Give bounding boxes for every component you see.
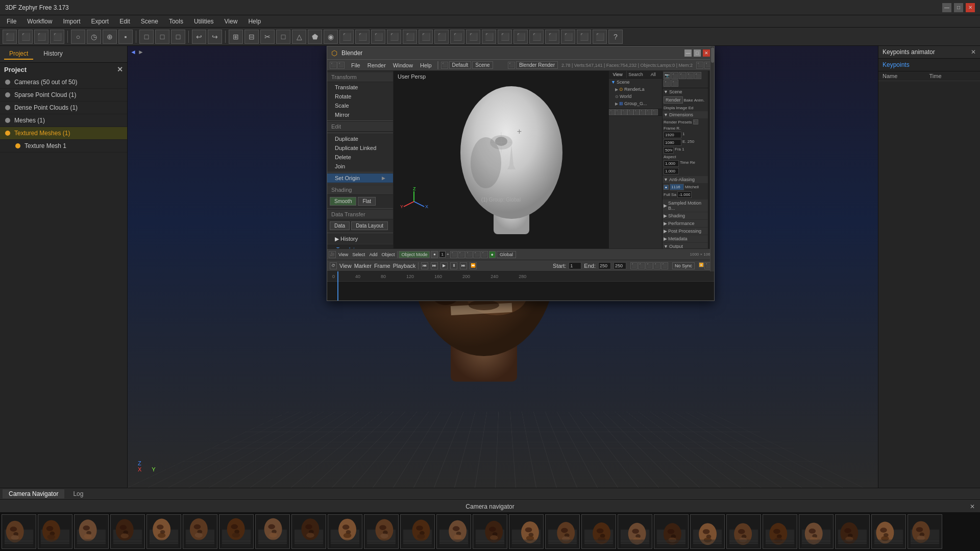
tree-item-cameras[interactable]: Cameras (50 out of 50): [0, 76, 127, 89]
toolbar-btn-20[interactable]: ◉: [324, 30, 338, 44]
menu-item-scene[interactable]: Scene: [137, 17, 162, 26]
toolbar-btn-14[interactable]: ⊞: [229, 30, 243, 44]
scene-graph-all-tab[interactable]: All: [645, 71, 662, 78]
camera-thumbnail[interactable]: [219, 514, 254, 549]
camera-thumbnail[interactable]: [110, 514, 145, 549]
kp-close-btn[interactable]: ✕: [971, 48, 976, 56]
3d-add-menu[interactable]: Add: [368, 252, 379, 257]
tree-item-textured[interactable]: Textured Meshes (1): [0, 127, 127, 140]
tree-item-meshes[interactable]: Meshes (1): [0, 114, 127, 127]
camera-thumbnail[interactable]: [473, 514, 507, 549]
bl-view-icon-2[interactable]: ⬛: [458, 251, 465, 258]
camera-thumbnail[interactable]: [2, 514, 36, 549]
play-btn-1[interactable]: ⏮: [421, 262, 428, 269]
camera-thumbnail[interactable]: [726, 514, 761, 549]
metadata-section[interactable]: ▶ Metadata: [663, 235, 708, 242]
menu-item-export[interactable]: Export: [87, 17, 113, 26]
toolbar-btn-29[interactable]: ⬛: [466, 30, 480, 44]
blender-3d-viewport[interactable]: User Persp: [394, 71, 608, 248]
camera-thumbnail[interactable]: [183, 514, 217, 549]
smooth-btn[interactable]: Smooth: [330, 197, 356, 206]
bl-view-icon-5[interactable]: ⬛: [481, 251, 488, 258]
flat-btn[interactable]: Flat: [358, 197, 376, 206]
timeline-frame-menu[interactable]: Frame: [374, 263, 390, 269]
bl-translate[interactable]: Translate: [327, 83, 393, 92]
bl-solid-mode[interactable]: ●: [489, 251, 496, 258]
rp-icon-6[interactable]: ⬛: [664, 80, 671, 87]
camera-thumbnail[interactable]: [835, 514, 870, 549]
aa-edge-input[interactable]: [677, 191, 692, 198]
toolbar-btn-22[interactable]: ⬛: [355, 30, 370, 44]
toolbar-btn-26[interactable]: ⬛: [419, 30, 433, 44]
bl-view-icon-1[interactable]: ⬛: [450, 251, 457, 258]
toolbar-btn-34[interactable]: ⬛: [545, 30, 559, 44]
scene-graph-group[interactable]: ▶ ⊞ Group_G...: [609, 100, 662, 107]
3d-select-menu[interactable]: Select: [351, 252, 366, 257]
toolbar-btn-4[interactable]: ⬛: [50, 30, 64, 44]
tab-project[interactable]: Project: [4, 48, 33, 60]
camera-thumbnails[interactable]: [0, 513, 980, 551]
tl-orange-btn[interactable]: ■: [699, 262, 704, 267]
timeline-playback[interactable]: Playback: [393, 263, 416, 269]
blender-icon-btn-2[interactable]: ⬛: [508, 62, 515, 69]
rp-icon-4[interactable]: ⬛: [687, 72, 694, 79]
menu-item-edit[interactable]: Edit: [115, 17, 134, 26]
toolbar-btn-13[interactable]: ↪: [208, 30, 222, 44]
sg-icon-3[interactable]: ⬛: [621, 109, 627, 115]
play-btn-2[interactable]: ⏭: [431, 262, 438, 269]
tl-icon-4[interactable]: ⬛: [653, 262, 660, 269]
maximize-button[interactable]: □: [954, 3, 963, 12]
menu-item-file[interactable]: File: [3, 17, 20, 26]
object-mode-selector[interactable]: Object Mode: [399, 251, 430, 258]
toolbar-btn-23[interactable]: ⬛: [371, 30, 385, 44]
toolbar-btn-12[interactable]: ↩: [192, 30, 206, 44]
no-sync[interactable]: No Sync: [672, 262, 695, 269]
camera-thumbnail[interactable]: [400, 514, 435, 549]
tree-item-texture-mesh[interactable]: Texture Mesh 1: [0, 140, 127, 153]
toolbar-btn-5[interactable]: ○: [71, 30, 85, 44]
camera-thumbnail[interactable]: [38, 514, 72, 549]
tl-icon-3[interactable]: ⬛: [646, 262, 653, 269]
bl-duplicate-linked[interactable]: Duplicate Linked: [327, 143, 393, 153]
aspect-y-input[interactable]: [664, 168, 679, 174]
toolbar-btn-33[interactable]: ⬛: [529, 30, 544, 44]
blender-scene-selector[interactable]: Default: [449, 61, 472, 69]
bl-delete[interactable]: Delete: [327, 153, 393, 162]
camera-thumbnail[interactable]: [799, 514, 834, 549]
tl-icon-2[interactable]: ⬛: [638, 262, 645, 269]
current-frame-input[interactable]: [614, 262, 626, 269]
tree-item-sparse[interactable]: Sparse Point Cloud (1): [0, 89, 127, 102]
bl-view-icon-3[interactable]: ⬛: [465, 251, 473, 258]
camera-thumbnail[interactable]: [581, 514, 616, 549]
viewport-crosshair[interactable]: +: [517, 127, 522, 136]
sg-icon-5[interactable]: ⬛: [633, 109, 640, 115]
rp-icon-7[interactable]: ⬛: [671, 80, 678, 87]
minimize-button[interactable]: —: [942, 3, 951, 12]
bl-set-origin[interactable]: Set Origin ▶: [327, 173, 393, 183]
toolbar-btn-10[interactable]: □: [155, 30, 169, 44]
camera-thumbnail[interactable]: [871, 514, 906, 549]
bl-rotate[interactable]: Rotate: [327, 92, 393, 101]
toolbar-btn-35[interactable]: ⬛: [561, 30, 575, 44]
bl-duplicate[interactable]: Duplicate: [327, 134, 393, 143]
toolbar-btn-32[interactable]: ⬛: [513, 30, 528, 44]
toolbar-btn-21[interactable]: ⬛: [339, 30, 354, 44]
sg-icon-1[interactable]: ⬛: [609, 109, 615, 115]
scene-graph-world[interactable]: ⊙ World: [609, 93, 662, 100]
timeline-icon[interactable]: ⏱: [330, 262, 337, 269]
close-button[interactable]: ✕: [966, 3, 975, 12]
bl-scale[interactable]: Scale: [327, 101, 393, 110]
scene-graph-view-tab[interactable]: View: [609, 71, 627, 78]
toolbar-btn-16[interactable]: ✂: [260, 30, 275, 44]
aa-btn[interactable]: ■: [664, 185, 669, 190]
global-selector[interactable]: Global: [497, 251, 516, 258]
toolbar-btn-17[interactable]: □: [276, 30, 290, 44]
camera-thumbnail[interactable]: [74, 514, 109, 549]
blender-maximize[interactable]: □: [694, 49, 701, 57]
rp-icon-2[interactable]: ⬛: [671, 72, 678, 79]
menu-item-utilities[interactable]: Utilities: [190, 17, 218, 26]
bl-view-icon-4[interactable]: ⬛: [473, 251, 480, 258]
play-btn-4[interactable]: ⏸: [450, 262, 457, 269]
aspect-x-input[interactable]: [664, 160, 679, 167]
presets-btn[interactable]: ⬛: [693, 119, 698, 124]
